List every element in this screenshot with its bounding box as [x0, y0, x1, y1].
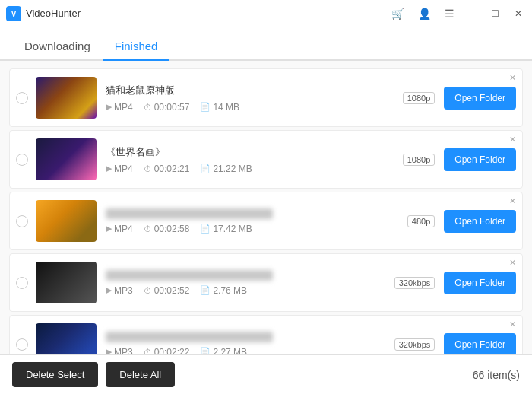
maximize-button[interactable]: ☐	[487, 7, 503, 21]
minimize-button[interactable]: ─	[465, 7, 480, 21]
remove-item-button-0[interactable]: ✕	[506, 72, 519, 84]
content-area: 猫和老鼠原神版 ▶ MP4 ⏱ 00:00:57 📄 14 MB	[0, 61, 532, 354]
item-size-2: 📄 17.42 MB	[200, 224, 252, 234]
item-size-3: 📄 2.76 MB	[200, 285, 247, 296]
open-folder-button-3[interactable]: Open Folder	[444, 272, 516, 294]
item-title-2	[106, 208, 273, 219]
item-format-1: ▶ MP4	[106, 164, 133, 174]
item-info-4: ▶ MP3 ⏱ 00:02:22 📄 2.27 MB	[106, 332, 394, 355]
file-icon-4: 📄	[200, 347, 211, 354]
open-folder-button-2[interactable]: Open Folder	[444, 210, 516, 233]
item-title-0: 猫和老鼠原神版	[106, 84, 403, 97]
user-icon[interactable]: 👤	[415, 6, 434, 21]
item-duration-2: ⏱ 00:02:58	[144, 224, 190, 234]
item-checkbox-0[interactable]	[16, 92, 28, 104]
app-logo: V	[6, 6, 21, 21]
tabs-bar: Downloading Finished	[0, 27, 532, 61]
svg-text:V: V	[11, 10, 17, 18]
clock-icon-3: ⏱	[144, 286, 152, 295]
item-format-3: ▶ MP3	[106, 285, 133, 296]
item-badge-2: 480p	[407, 215, 435, 227]
file-icon-3: 📄	[200, 285, 211, 295]
item-duration-4: ⏱ 00:02:22	[144, 347, 190, 355]
item-badge-4: 320kbps	[394, 338, 435, 351]
open-folder-button-4[interactable]: Open Folder	[444, 333, 516, 355]
tab-downloading[interactable]: Downloading	[12, 33, 103, 61]
format-icon-0: ▶	[106, 102, 112, 112]
list-item: ▶ MP3 ⏱ 00:02:22 📄 2.27 MB 320kbps Open …	[9, 315, 523, 354]
menu-icon[interactable]: ☰	[442, 6, 458, 21]
item-thumbnail-3	[36, 262, 97, 303]
item-info-2: ▶ MP4 ⏱ 00:02:58 📄 17.42 MB	[106, 208, 407, 234]
delete-all-button[interactable]: Delete All	[106, 362, 175, 387]
app-title: VideoHunter	[26, 8, 388, 19]
item-thumbnail-1	[36, 138, 97, 180]
clock-icon-4: ⏱	[144, 348, 152, 355]
clock-icon-2: ⏱	[144, 224, 152, 234]
open-folder-button-0[interactable]: Open Folder	[444, 87, 516, 110]
footer: Delete Select Delete All 66 item(s)	[0, 354, 532, 394]
item-meta-2: ▶ MP4 ⏱ 00:02:58 📄 17.42 MB	[106, 224, 407, 234]
item-info-1: 《世界名画》 ▶ MP4 ⏱ 00:02:21 📄 21.22 MB	[106, 145, 403, 174]
format-icon-3: ▶	[106, 285, 112, 295]
item-badge-3: 320kbps	[394, 277, 435, 289]
clock-icon-1: ⏱	[144, 164, 152, 173]
item-thumbnail-0	[36, 77, 97, 119]
cart-icon[interactable]: 🛒	[388, 6, 407, 21]
item-info-3: ▶ MP3 ⏱ 00:02:52 📄 2.76 MB	[106, 270, 394, 296]
item-size-4: 📄 2.27 MB	[200, 347, 247, 355]
list-item: 猫和老鼠原神版 ▶ MP4 ⏱ 00:00:57 📄 14 MB	[9, 68, 523, 127]
format-icon-4: ▶	[106, 347, 112, 354]
item-thumbnail-4	[36, 323, 97, 354]
tab-finished[interactable]: Finished	[103, 33, 170, 61]
delete-select-button[interactable]: Delete Select	[12, 362, 98, 387]
item-meta-4: ▶ MP3 ⏱ 00:02:22 📄 2.27 MB	[106, 347, 394, 355]
item-title-4	[106, 332, 273, 342]
list-item: ▶ MP3 ⏱ 00:02:52 📄 2.76 MB 320kbps Open …	[9, 253, 523, 312]
item-size-1: 📄 21.22 MB	[200, 164, 252, 174]
list-item: ▶ MP4 ⏱ 00:02:58 📄 17.42 MB 480p Open Fo…	[9, 192, 523, 250]
file-icon-2: 📄	[200, 224, 211, 234]
open-folder-button-1[interactable]: Open Folder	[444, 148, 516, 171]
remove-item-button-1[interactable]: ✕	[506, 134, 519, 145]
title-bar-controls: 🛒 👤 ☰ ─ ☐ ✕	[388, 6, 526, 21]
format-icon-2: ▶	[106, 224, 112, 234]
list-item: 《世界名画》 ▶ MP4 ⏱ 00:02:21 📄 21.22 MB	[9, 130, 523, 189]
item-badge-1: 1080p	[403, 154, 435, 166]
item-format-0: ▶ MP4	[106, 102, 133, 113]
item-format-4: ▶ MP3	[106, 347, 133, 355]
file-icon-0: 📄	[200, 102, 211, 112]
item-checkbox-4[interactable]	[16, 338, 28, 351]
remove-item-button-4[interactable]: ✕	[506, 319, 519, 330]
item-duration-0: ⏱ 00:00:57	[144, 102, 190, 113]
item-title-3	[106, 270, 273, 281]
item-badge-0: 1080p	[403, 92, 435, 104]
item-duration-1: ⏱ 00:02:21	[144, 164, 190, 174]
item-checkbox-3[interactable]	[16, 277, 28, 289]
item-checkbox-1[interactable]	[16, 154, 28, 166]
item-title-1: 《世界名画》	[106, 145, 403, 159]
file-icon-1: 📄	[200, 164, 211, 173]
remove-item-button-3[interactable]: ✕	[506, 257, 519, 268]
item-checkbox-2[interactable]	[16, 215, 28, 227]
clock-icon-0: ⏱	[144, 103, 152, 112]
remove-item-button-2[interactable]: ✕	[506, 195, 519, 207]
close-button[interactable]: ✕	[511, 7, 526, 21]
item-meta-1: ▶ MP4 ⏱ 00:02:21 📄 21.22 MB	[106, 164, 403, 174]
item-meta-3: ▶ MP3 ⏱ 00:02:52 📄 2.76 MB	[106, 285, 394, 296]
title-bar: V VideoHunter 🛒 👤 ☰ ─ ☐ ✕	[0, 0, 532, 27]
item-info-0: 猫和老鼠原神版 ▶ MP4 ⏱ 00:00:57 📄 14 MB	[106, 84, 403, 113]
item-meta-0: ▶ MP4 ⏱ 00:00:57 📄 14 MB	[106, 102, 403, 113]
item-thumbnail-2	[36, 200, 97, 242]
item-duration-3: ⏱ 00:02:52	[144, 285, 190, 296]
item-size-0: 📄 14 MB	[200, 102, 239, 113]
item-count: 66 item(s)	[473, 369, 520, 381]
format-icon-1: ▶	[106, 164, 112, 173]
item-format-2: ▶ MP4	[106, 224, 133, 234]
